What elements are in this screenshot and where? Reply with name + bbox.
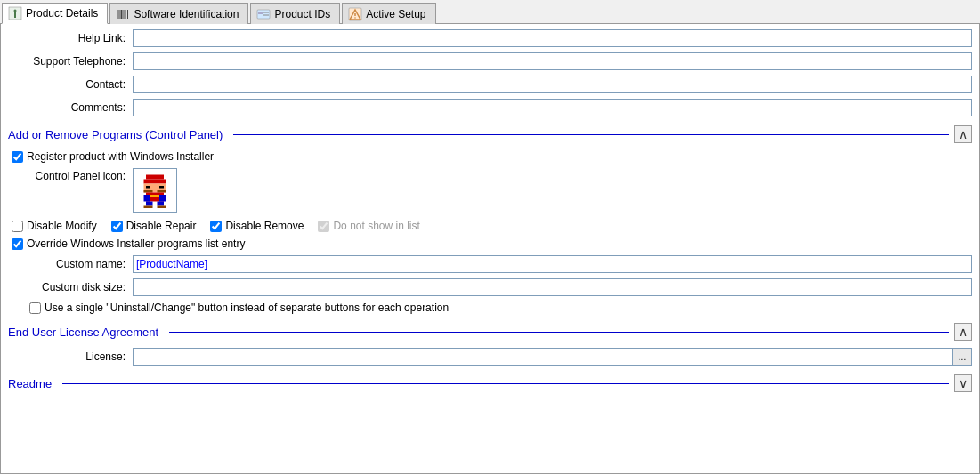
register-product-checkbox[interactable] (12, 151, 23, 163)
svg-rect-21 (159, 186, 164, 189)
use-single-button-checkbox[interactable] (29, 302, 41, 314)
svg-point-16 (354, 17, 356, 19)
eula-divider (169, 332, 949, 333)
tab-product-details-label: Product Details (26, 7, 98, 20)
disable-modify-label[interactable]: Disable Modify (27, 220, 97, 232)
override-windows-label[interactable]: Override Windows Installer programs list… (27, 237, 245, 250)
svg-rect-3 (117, 10, 118, 19)
register-product-row: Register product with Windows Installer (8, 150, 972, 163)
svg-rect-18 (144, 180, 166, 184)
tab-product-ids[interactable]: Product IDs (250, 3, 340, 24)
active-setup-icon (348, 7, 362, 21)
use-single-button-row: Use a single "Uninstall/Change" button i… (8, 301, 972, 314)
barcode-icon (116, 7, 130, 21)
add-remove-section-header: Add or Remove Programs (Control Panel) ∧ (8, 125, 972, 143)
readme-title: Readme (8, 377, 57, 390)
help-link-label: Help Link: (8, 32, 133, 44)
tab-product-ids-label: Product IDs (274, 8, 330, 20)
svg-rect-28 (146, 202, 153, 206)
add-remove-toggle[interactable]: ∧ (954, 125, 972, 143)
disable-checkboxes-group: Disable Modify Disable Repair Disable Re… (8, 220, 972, 232)
do-not-show-item: Do not show in list (318, 220, 419, 232)
readme-toggle[interactable]: ∨ (954, 374, 972, 392)
help-link-row: Help Link: (8, 29, 972, 47)
override-windows-checkbox[interactable] (12, 238, 23, 250)
svg-rect-10 (258, 12, 263, 14)
contact-label: Contact: (8, 78, 133, 91)
comments-input[interactable] (133, 99, 972, 116)
contact-row: Contact: (8, 76, 972, 93)
disable-remove-label[interactable]: Disable Remove (225, 220, 304, 232)
tab-software-identification-label: Software Identification (134, 8, 239, 20)
disable-modify-checkbox[interactable] (12, 221, 23, 232)
license-input-wrap: ... (133, 348, 972, 366)
custom-name-input[interactable] (133, 255, 972, 273)
license-browse-button[interactable]: ... (952, 348, 972, 366)
do-not-show-checkbox[interactable] (318, 221, 329, 232)
custom-disk-row: Custom disk size: (8, 278, 972, 296)
support-telephone-row: Support Telephone: (8, 52, 972, 70)
override-windows-row: Override Windows Installer programs list… (8, 237, 972, 250)
custom-disk-input[interactable] (133, 278, 972, 296)
svg-rect-31 (158, 206, 166, 209)
help-link-input[interactable] (133, 29, 972, 47)
control-panel-icon-section: Control Panel icon: (8, 168, 972, 213)
chevron-up-icon: ∧ (959, 127, 968, 141)
add-remove-title: Add or Remove Programs (Control Panel) (8, 128, 228, 141)
disable-repair-label[interactable]: Disable Repair (126, 220, 197, 232)
svg-rect-6 (124, 10, 125, 19)
svg-rect-25 (144, 195, 151, 202)
disable-repair-item: Disable Repair (111, 220, 197, 232)
svg-rect-2 (14, 12, 16, 18)
svg-rect-8 (127, 10, 128, 19)
svg-rect-27 (150, 195, 159, 197)
readme-divider (62, 383, 949, 384)
tab-active-setup-label: Active Setup (366, 8, 425, 20)
svg-rect-22 (144, 190, 153, 193)
tab-bar: Product Details Software Identification … (0, 0, 980, 24)
license-input[interactable] (133, 348, 952, 366)
eula-toggle[interactable]: ∧ (954, 323, 972, 341)
comments-label: Comments: (8, 101, 133, 114)
product-ids-icon (256, 7, 271, 21)
svg-rect-26 (159, 195, 166, 202)
tab-product-details[interactable]: Product Details (2, 3, 108, 24)
disable-modify-item: Disable Modify (12, 220, 97, 232)
control-panel-icon-label: Control Panel icon: (8, 168, 133, 182)
disable-remove-checkbox[interactable] (210, 221, 222, 232)
chevron-up-icon-eula: ∧ (959, 325, 968, 339)
svg-rect-17 (146, 175, 164, 180)
contact-input[interactable] (133, 76, 972, 93)
tab-software-identification[interactable]: Software Identification (109, 3, 248, 24)
eula-section-header: End User License Agreement ∧ (8, 323, 972, 341)
disable-repair-checkbox[interactable] (111, 221, 123, 232)
main-content: Help Link: Support Telephone: Contact: C… (0, 24, 980, 474)
custom-disk-label: Custom disk size: (26, 281, 133, 293)
svg-rect-23 (158, 190, 166, 193)
svg-rect-30 (144, 206, 153, 209)
svg-rect-29 (158, 202, 165, 206)
pixel-art-icon (137, 173, 173, 208)
support-telephone-input[interactable] (133, 52, 972, 70)
license-label: License: (8, 350, 133, 363)
disable-remove-item: Disable Remove (210, 220, 304, 232)
comments-row: Comments: (8, 99, 972, 116)
svg-rect-20 (146, 186, 150, 189)
svg-point-1 (14, 10, 17, 12)
control-panel-icon-box[interactable] (133, 168, 177, 213)
svg-rect-7 (126, 10, 127, 19)
eula-title: End User License Agreement (8, 325, 164, 339)
info-icon (8, 6, 22, 20)
license-row: License: ... (8, 348, 972, 366)
tab-active-setup[interactable]: Active Setup (342, 3, 435, 24)
readme-section-header: Readme ∨ (8, 374, 972, 392)
chevron-down-icon-readme: ∨ (959, 376, 968, 390)
use-single-button-label[interactable]: Use a single "Uninstall/Change" button i… (45, 301, 449, 314)
custom-name-row: Custom name: (8, 255, 972, 273)
do-not-show-label[interactable]: Do not show in list (333, 220, 419, 232)
support-telephone-label: Support Telephone: (8, 55, 133, 68)
register-product-label[interactable]: Register product with Windows Installer (27, 150, 214, 163)
svg-rect-5 (121, 10, 123, 19)
add-remove-divider (233, 134, 949, 135)
svg-rect-4 (119, 10, 120, 19)
